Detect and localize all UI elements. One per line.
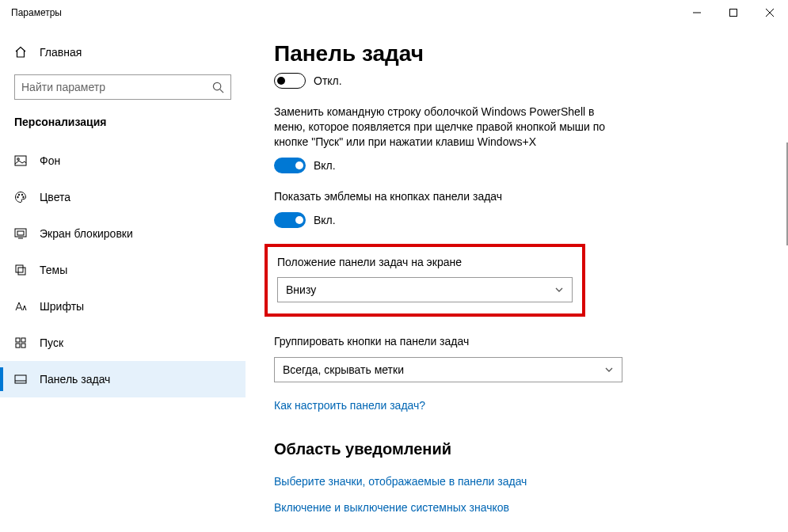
window-title: Параметры: [11, 7, 679, 18]
highlight-taskbar-position: Положение панели задач на экране Внизу: [265, 244, 585, 317]
svg-rect-13: [17, 231, 24, 235]
link-configure-taskbar[interactable]: Как настроить панели задач?: [274, 399, 425, 412]
section-title: Персонализация: [0, 116, 246, 142]
maximize-button[interactable]: [715, 0, 752, 25]
sidebar-item-label: Пуск: [40, 336, 63, 349]
toggle-peek-state: Откл.: [314, 74, 342, 87]
svg-rect-19: [16, 344, 20, 348]
toggle-badges[interactable]: [274, 212, 306, 228]
link-select-icons[interactable]: Выберите значки, отображаемые в панели з…: [274, 475, 527, 488]
sidebar-item-label: Экран блокировки: [40, 227, 133, 240]
sidebar-item-label: Шрифты: [40, 300, 84, 313]
toggle-peek[interactable]: [274, 73, 306, 89]
setting-badges: Показать эмблемы на кнопках панели задач…: [274, 189, 759, 228]
svg-point-4: [213, 82, 220, 89]
picture-icon: [14, 154, 27, 167]
svg-point-10: [21, 194, 23, 196]
search-box[interactable]: [14, 74, 231, 100]
svg-point-8: [17, 196, 19, 198]
sidebar-item-fonts[interactable]: Шрифты: [0, 288, 246, 325]
setting-powershell: Заменить командную строку оболочкой Wind…: [274, 104, 759, 173]
setting-peek: Откл.: [274, 73, 759, 89]
chevron-down-icon: [554, 285, 564, 294]
svg-line-5: [220, 89, 223, 92]
start-icon: [14, 336, 27, 349]
setting-grouping-label: Группировать кнопки на панели задач: [274, 334, 607, 349]
sidebar-item-label: Панель задач: [40, 373, 110, 386]
sidebar-item-colors[interactable]: Цвета: [0, 179, 246, 215]
toggle-powershell[interactable]: [274, 158, 306, 173]
sidebar-item-taskbar[interactable]: Панель задач: [0, 361, 246, 397]
svg-rect-16: [18, 268, 25, 275]
toggle-powershell-state: Вкл.: [314, 159, 336, 172]
content-area: Главная Персонализация Фон Цвета: [0, 25, 788, 532]
scrollbar[interactable]: [785, 32, 788, 526]
subheading-notification-area: Область уведомлений: [274, 440, 759, 458]
dropdown-grouping-value: Всегда, скрывать метки: [283, 363, 404, 376]
search-input[interactable]: [21, 81, 212, 93]
sidebar-item-lockscreen[interactable]: Экран блокировки: [0, 215, 246, 252]
toggle-badges-state: Вкл.: [314, 214, 336, 226]
svg-point-7: [17, 158, 20, 161]
home-link[interactable]: Главная: [0, 40, 246, 65]
dropdown-position-value: Внизу: [286, 283, 316, 296]
palette-icon: [14, 191, 27, 203]
setting-position-label: Положение панели задач на экране: [277, 255, 573, 270]
lockscreen-icon: [14, 227, 27, 240]
fonts-icon: [14, 300, 27, 313]
link-system-icons[interactable]: Включение и выключение системных значков: [274, 501, 509, 514]
main-panel: Панель задач Свернуть все окна в конце п…: [246, 25, 788, 532]
titlebar: Параметры: [0, 0, 788, 25]
sidebar-item-start[interactable]: Пуск: [0, 325, 246, 361]
svg-rect-18: [21, 338, 25, 342]
chevron-down-icon: [604, 365, 614, 374]
svg-rect-6: [15, 156, 26, 165]
sidebar-item-background[interactable]: Фон: [0, 142, 246, 179]
sidebar-item-label: Фон: [40, 154, 60, 167]
taskbar-icon: [14, 373, 27, 386]
setting-badges-label: Показать эмблемы на кнопках панели задач: [274, 189, 607, 204]
sidebar-item-themes[interactable]: Темы: [0, 252, 246, 288]
sidebar-item-label: Темы: [40, 264, 67, 276]
svg-rect-17: [16, 338, 20, 342]
dropdown-taskbar-position[interactable]: Внизу: [277, 277, 573, 302]
svg-point-11: [23, 196, 25, 198]
home-label: Главная: [40, 46, 82, 59]
home-icon: [14, 46, 27, 59]
search-icon: [212, 82, 224, 93]
dropdown-grouping[interactable]: Всегда, скрывать метки: [274, 357, 622, 382]
setting-powershell-label: Заменить командную строку оболочкой Wind…: [274, 104, 607, 150]
close-button[interactable]: [752, 0, 788, 25]
window-controls: [679, 0, 788, 25]
svg-rect-21: [15, 375, 26, 383]
setting-grouping: Группировать кнопки на панели задач Всег…: [274, 334, 759, 382]
svg-point-9: [18, 194, 20, 196]
page-title: Панель задач: [274, 41, 759, 66]
themes-icon: [14, 264, 27, 276]
svg-rect-20: [21, 344, 25, 348]
minimize-button[interactable]: [679, 0, 715, 25]
svg-rect-15: [16, 265, 23, 272]
sidebar: Главная Персонализация Фон Цвета: [0, 25, 246, 532]
svg-rect-1: [730, 10, 737, 17]
sidebar-item-label: Цвета: [40, 191, 70, 203]
